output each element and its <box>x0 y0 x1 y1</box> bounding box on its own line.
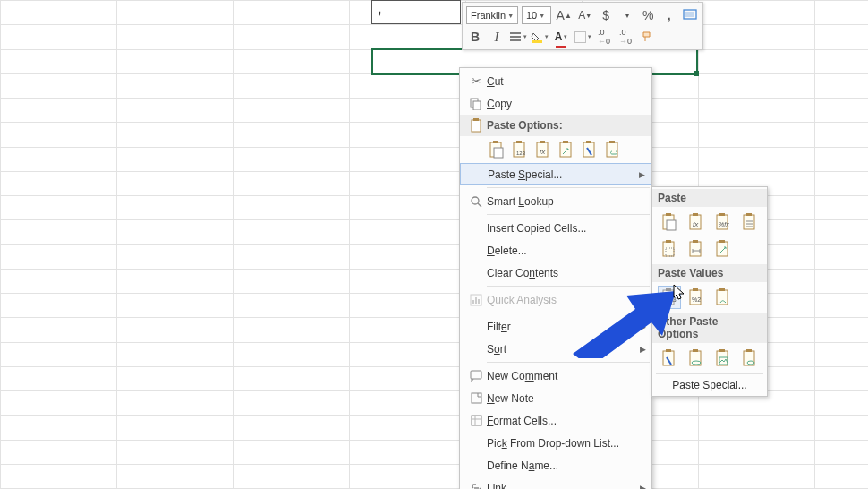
font-size-value: 10 <box>526 10 537 21</box>
svg-rect-29 <box>471 371 481 379</box>
paste-icon[interactable] <box>487 140 506 159</box>
paste-col-width-icon[interactable] <box>685 237 708 261</box>
paste-options-row: 123 fx <box>460 136 651 163</box>
paste-no-borders-icon[interactable] <box>658 237 681 261</box>
format-cells-label: Format Cells... <box>487 415 557 427</box>
paste-values-number-format-icon[interactable]: %2 <box>685 286 708 309</box>
menu-delete[interactable]: Delete... <box>460 239 651 262</box>
sort-label: Sort <box>487 343 506 356</box>
copy-icon <box>465 98 487 110</box>
paste-formatting-only-icon[interactable] <box>658 347 681 370</box>
decrease-decimal-button[interactable]: .0→0 <box>617 28 634 46</box>
quick-analysis-icon <box>465 294 487 306</box>
paste-link-icon[interactable] <box>603 140 623 159</box>
comment-icon <box>465 370 487 382</box>
svg-rect-11 <box>494 148 503 158</box>
menu-clear-contents[interactable]: Clear Contents <box>460 262 651 284</box>
fill-color-button[interactable]: ▾ <box>531 28 549 46</box>
format-painter-icon[interactable] <box>682 6 700 24</box>
percent-format-button[interactable]: % <box>639 6 657 24</box>
note-icon <box>465 392 487 404</box>
link-label: Link <box>487 482 506 490</box>
svg-text:%2: %2 <box>692 296 701 303</box>
submenu-paste-special-footer[interactable]: Paste Special... <box>656 373 763 394</box>
accounting-format-button[interactable]: $ <box>597 6 615 24</box>
increase-decimal-button[interactable]: .0←0 <box>595 28 613 46</box>
svg-rect-63 <box>717 351 728 365</box>
svg-rect-51 <box>666 288 671 291</box>
svg-rect-36 <box>693 213 698 216</box>
svg-rect-8 <box>473 118 479 121</box>
svg-text:123: 123 <box>666 296 677 303</box>
menu-link[interactable]: Link ▶ <box>460 476 651 489</box>
svg-rect-67 <box>746 349 752 352</box>
paste-formulas-icon[interactable]: fx <box>533 140 553 159</box>
paste-fx-format-icon[interactable]: %fx <box>711 210 735 234</box>
paste-transpose-icon[interactable] <box>711 237 735 261</box>
paste-linked-picture-icon[interactable] <box>738 347 762 370</box>
menu-format-cells[interactable]: Format Cells... <box>460 409 651 432</box>
menu-define-name[interactable]: Define Name... <box>460 454 651 476</box>
font-size-select[interactable]: 10▼ <box>522 6 551 24</box>
pick-from-list-label: Pick From Drop-down List... <box>487 437 619 450</box>
borders-button[interactable]: ▾ <box>574 28 591 46</box>
svg-rect-66 <box>744 351 754 365</box>
paste-special-label: Paste Special... <box>488 168 562 181</box>
paste-values-source-format-icon[interactable] <box>711 286 735 309</box>
menu-sort[interactable]: Sort ▶ <box>460 338 651 360</box>
svg-rect-61 <box>693 349 698 352</box>
svg-rect-2 <box>532 40 542 43</box>
menu-new-note[interactable]: New Note <box>460 387 651 409</box>
svg-rect-49 <box>719 240 725 243</box>
chevron-right-icon: ▶ <box>640 484 646 490</box>
svg-rect-22 <box>607 142 617 157</box>
menu-insert-copied-cells[interactable]: Insert Copied Cells... <box>460 217 651 239</box>
svg-rect-57 <box>719 288 725 291</box>
new-note-label: New Note <box>487 392 534 405</box>
delete-label: Delete... <box>487 244 527 257</box>
paste-values-123-icon[interactable]: 123 <box>510 140 530 159</box>
format-dropdown-icon[interactable]: ▾ <box>618 6 636 24</box>
paste-icon[interactable] <box>658 210 681 234</box>
bold-button[interactable]: B <box>466 28 484 46</box>
submenu-values-header: Paste Values <box>652 264 767 282</box>
link-icon <box>465 484 487 490</box>
svg-point-24 <box>472 197 479 204</box>
font-name-select[interactable]: Franklin▼ <box>466 6 518 24</box>
svg-rect-6 <box>473 101 481 110</box>
format-painter-button[interactable] <box>638 28 656 46</box>
menu-filter[interactable]: Filter ▶ <box>460 315 651 338</box>
svg-rect-21 <box>586 141 591 143</box>
chevron-right-icon: ▶ <box>639 170 645 179</box>
paste-as-link-icon[interactable] <box>685 347 708 370</box>
svg-rect-10 <box>493 141 498 143</box>
increase-font-button[interactable]: A▲ <box>555 6 573 24</box>
cell-with-value[interactable]: , <box>371 0 461 24</box>
svg-rect-58 <box>663 351 674 365</box>
align-icon[interactable]: ▾ <box>509 28 527 46</box>
svg-rect-59 <box>666 349 671 352</box>
svg-rect-43 <box>663 242 674 256</box>
chevron-right-icon: ▶ <box>640 345 646 354</box>
paste-keep-source-icon[interactable] <box>738 210 762 234</box>
menu-smart-lookup[interactable]: Smart Lookup <box>460 190 651 212</box>
svg-rect-54 <box>693 288 698 291</box>
paste-values-icon[interactable]: 123 <box>658 286 681 309</box>
svg-rect-39 <box>719 213 725 216</box>
menu-copy[interactable]: Copy <box>460 92 651 115</box>
menu-new-comment[interactable]: New Comment <box>460 365 651 387</box>
decrease-font-button[interactable]: A▼ <box>576 6 594 24</box>
paste-formatting-icon[interactable] <box>580 140 600 159</box>
menu-cut[interactable]: ✂ Cut <box>460 70 651 92</box>
insert-copied-label: Insert Copied Cells... <box>487 222 634 235</box>
paste-formulas-icon[interactable]: fx <box>685 210 708 234</box>
paste-transpose-icon[interactable] <box>557 140 576 159</box>
smart-lookup-label: Smart Lookup <box>487 195 554 208</box>
font-color-button[interactable]: A▾ <box>552 28 570 46</box>
define-name-label: Define Name... <box>487 459 558 472</box>
italic-button[interactable]: I <box>488 28 506 46</box>
comma-format-button[interactable]: , <box>660 6 678 24</box>
menu-pick-from-list[interactable]: Pick From Drop-down List... <box>460 432 651 454</box>
paste-picture-icon[interactable] <box>711 347 735 370</box>
menu-paste-special[interactable]: Paste Special... ▶ <box>460 163 651 185</box>
